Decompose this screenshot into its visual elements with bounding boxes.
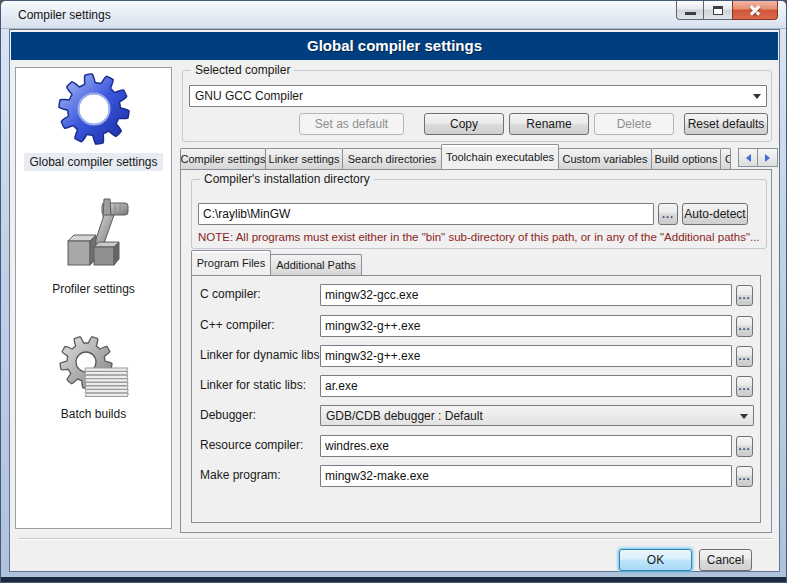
maximize-icon — [713, 6, 723, 15]
program-subtabs: Program Files Additional Paths — [191, 253, 361, 275]
close-button[interactable] — [732, 1, 778, 20]
compiler-select-value: GNU GCC Compiler — [195, 89, 303, 103]
field-label: Make program: — [200, 468, 281, 482]
installation-directory-browse-button[interactable]: ... — [658, 203, 678, 225]
tab-build-options[interactable]: Build options — [651, 148, 721, 169]
field-label: C++ compiler: — [200, 318, 275, 332]
field-label: Linker for dynamic libs: — [200, 348, 323, 362]
dynamic-linker-input[interactable] — [320, 345, 732, 367]
right-arrow-icon — [765, 154, 770, 162]
compiler-select[interactable]: GNU GCC Compiler — [189, 85, 767, 107]
page-title: Global compiler settings — [11, 32, 778, 60]
tab-custom-variables[interactable]: Custom variables — [558, 148, 652, 169]
gray-gear-stack-icon — [54, 334, 134, 403]
installation-directory-group: Compiler's installation directory ... Au… — [191, 179, 767, 249]
tab-compiler-settings[interactable]: Compiler settings — [180, 148, 266, 169]
rename-button[interactable]: Rename — [509, 113, 589, 135]
field-label: C compiler: — [200, 287, 261, 301]
cpp-compiler-browse-button[interactable]: ... — [736, 316, 753, 337]
resource-compiler-input[interactable] — [320, 435, 732, 457]
delete-button: Delete — [594, 113, 674, 135]
close-icon — [748, 3, 762, 17]
left-arrow-icon — [746, 154, 751, 162]
dynamic-linker-browse-button[interactable]: ... — [736, 346, 753, 367]
compiler-settings-window: Compiler settings Global compiler settin… — [0, 0, 787, 583]
ok-button[interactable]: OK — [619, 549, 692, 571]
make-program-input[interactable] — [320, 465, 732, 487]
debugger-select-value: GDB/CDB debugger : Default — [326, 409, 483, 423]
c-compiler-browse-button[interactable]: ... — [736, 285, 753, 306]
copy-button[interactable]: Copy — [424, 113, 504, 135]
field-label: Resource compiler: — [200, 438, 303, 452]
field-label: Linker for static libs: — [200, 378, 306, 392]
resource-compiler-browse-button[interactable]: ... — [736, 436, 753, 457]
toolchain-executables-page: Compiler's installation directory ... Au… — [180, 169, 772, 533]
tab-scroll-buttons — [738, 148, 778, 167]
maximize-button[interactable] — [704, 1, 732, 20]
footer-separator — [18, 538, 772, 540]
field-label: Debugger: — [200, 408, 256, 422]
window-title: Compiler settings — [18, 8, 111, 22]
minimize-button[interactable] — [676, 1, 704, 20]
titlebar[interactable]: Compiler settings — [1, 1, 786, 29]
installation-directory-legend: Compiler's installation directory — [200, 172, 374, 186]
caliper-tool-icon — [54, 195, 134, 278]
window-bottom-edge — [1, 577, 786, 582]
settings-tabs: Compiler settings Linker settings Search… — [180, 147, 730, 169]
sidebar-item-global-compiler-settings[interactable]: Global compiler settings — [16, 72, 171, 171]
cancel-button[interactable]: Cancel — [699, 549, 752, 571]
subtab-additional-paths[interactable]: Additional Paths — [270, 254, 362, 275]
c-compiler-input[interactable] — [320, 284, 732, 306]
dialog-content: Global compiler settings Global com — [9, 29, 780, 572]
chevron-down-icon — [753, 94, 761, 99]
set-as-default-button: Set as default — [299, 113, 404, 135]
installation-note: NOTE: All programs must exist either in … — [198, 231, 760, 243]
static-linker-browse-button[interactable]: ... — [736, 376, 753, 397]
subtab-program-files[interactable]: Program Files — [191, 250, 271, 275]
installation-directory-input[interactable] — [198, 203, 654, 225]
reset-defaults-button[interactable]: Reset defaults — [684, 113, 768, 135]
tab-search-directories[interactable]: Search directories — [342, 148, 442, 169]
tab-scroll-left-button[interactable] — [738, 148, 758, 167]
settings-category-list: Global compiler settings — [15, 67, 172, 529]
sidebar-item-profiler-settings[interactable]: Profiler settings — [16, 195, 171, 298]
tab-overflow[interactable]: O — [720, 148, 731, 169]
blue-gear-icon — [55, 72, 133, 151]
tab-toolchain-executables[interactable]: Toolchain executables — [441, 144, 559, 169]
sidebar-item-batch-builds[interactable]: Batch builds — [16, 334, 171, 423]
make-program-browse-button[interactable]: ... — [736, 466, 753, 487]
tab-scroll-right-button[interactable] — [758, 148, 778, 167]
sidebar-item-label: Batch builds — [56, 405, 131, 423]
static-linker-input[interactable] — [320, 375, 732, 397]
tab-linker-settings[interactable]: Linker settings — [265, 148, 343, 169]
cpp-compiler-input[interactable] — [320, 315, 732, 337]
debugger-select[interactable]: GDB/CDB debugger : Default — [320, 405, 754, 426]
selected-compiler-legend: Selected compiler — [191, 63, 294, 77]
minimize-icon — [685, 12, 696, 15]
auto-detect-button[interactable]: Auto-detect — [682, 203, 748, 225]
sidebar-item-label: Global compiler settings — [24, 153, 162, 171]
selected-compiler-group: Selected compiler GNU GCC Compiler Set a… — [182, 70, 772, 142]
sidebar-item-label: Profiler settings — [47, 280, 140, 298]
program-files-page: C compiler: ... C++ compiler: ... Linker… — [191, 275, 761, 523]
chevron-down-icon — [740, 414, 748, 419]
window-controls — [676, 1, 778, 20]
